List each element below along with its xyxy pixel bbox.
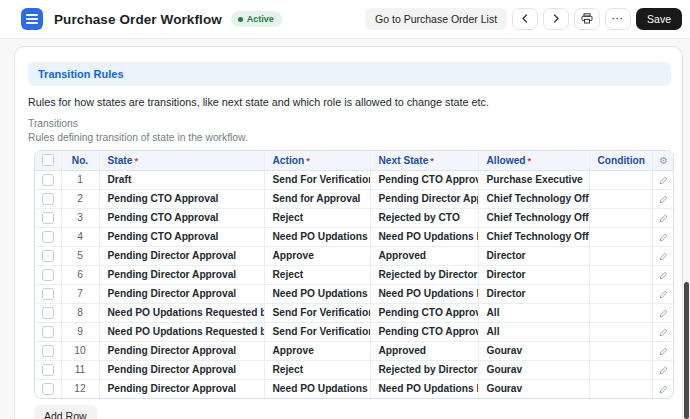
action-cell[interactable]: Reject [264, 360, 370, 379]
row-checkbox[interactable] [42, 231, 54, 243]
column-header-action: Action* [264, 151, 370, 170]
state-cell[interactable]: Pending Director Approval [99, 246, 264, 265]
state-cell[interactable]: Need PO Updations Requested by Direct... [99, 322, 264, 341]
next-state-cell[interactable]: Need PO Updations Requ... [370, 227, 478, 246]
action-cell[interactable]: Reject [264, 265, 370, 284]
condition-cell[interactable] [589, 246, 652, 265]
row-checkbox[interactable] [42, 345, 54, 357]
more-menu-button[interactable]: ··· [605, 8, 631, 30]
edit-row-button[interactable] [652, 379, 674, 398]
next-state-cell[interactable]: Pending CTO Approval [370, 322, 478, 341]
next-state-cell[interactable]: Pending CTO Approval [370, 303, 478, 322]
next-state-cell[interactable]: Pending CTO Approval [370, 170, 478, 189]
condition-cell[interactable] [589, 322, 652, 341]
allowed-cell[interactable]: Chief Technology Officer [478, 227, 589, 246]
next-state-cell[interactable]: Rejected by Director [370, 265, 478, 284]
prev-document-button[interactable] [512, 8, 538, 30]
state-cell[interactable]: Draft [99, 170, 264, 189]
row-checkbox[interactable] [42, 174, 54, 186]
pencil-icon [659, 250, 668, 261]
edit-row-button[interactable] [652, 227, 674, 246]
add-row-button[interactable]: Add Row [34, 405, 97, 419]
state-cell[interactable]: Pending CTO Approval [99, 227, 264, 246]
edit-row-button[interactable] [652, 303, 674, 322]
edit-row-button[interactable] [652, 284, 674, 303]
condition-cell[interactable] [589, 170, 652, 189]
action-cell[interactable]: Reject [264, 208, 370, 227]
condition-cell[interactable] [589, 379, 652, 398]
row-checkbox[interactable] [42, 250, 54, 262]
action-cell[interactable]: Send For Verification [264, 322, 370, 341]
state-cell[interactable]: Pending CTO Approval [99, 189, 264, 208]
edit-row-button[interactable] [652, 265, 674, 284]
action-cell[interactable]: Need PO Updations [264, 379, 370, 398]
next-state-cell[interactable]: Pending Director Approval [370, 189, 478, 208]
table-row: 6 Pending Director Approval Reject Rejec… [35, 265, 674, 284]
save-button[interactable]: Save [636, 8, 682, 30]
allowed-cell[interactable]: Chief Technology Officer [478, 189, 589, 208]
allowed-cell[interactable]: All [478, 322, 589, 341]
workflow-doc-icon[interactable] [21, 8, 43, 30]
allowed-cell[interactable]: Director [478, 265, 589, 284]
action-cell[interactable]: Approve [264, 341, 370, 360]
edit-row-button[interactable] [652, 170, 674, 189]
row-number-cell: 6 [61, 265, 99, 284]
next-state-cell[interactable]: Need PO Updations Requ... [370, 284, 478, 303]
row-checkbox[interactable] [42, 193, 54, 205]
condition-cell[interactable] [589, 284, 652, 303]
next-state-cell[interactable]: Need PO Updations Requ... [370, 379, 478, 398]
allowed-cell[interactable]: Gourav [478, 360, 589, 379]
edit-row-button[interactable] [652, 246, 674, 265]
allowed-cell[interactable]: Director [478, 246, 589, 265]
print-button[interactable] [574, 8, 600, 30]
action-cell[interactable]: Send For Verification [264, 303, 370, 322]
edit-row-button[interactable] [652, 189, 674, 208]
edit-row-button[interactable] [652, 208, 674, 227]
allowed-cell[interactable]: Gourav [478, 379, 589, 398]
action-cell[interactable]: Need PO Updations [264, 284, 370, 303]
next-state-cell[interactable]: Rejected by CTO [370, 208, 478, 227]
next-document-button[interactable] [543, 8, 569, 30]
row-checkbox[interactable] [42, 326, 54, 338]
allowed-cell[interactable]: Chief Technology Officer [478, 208, 589, 227]
state-cell[interactable]: Pending CTO Approval [99, 208, 264, 227]
row-checkbox[interactable] [42, 307, 54, 319]
allowed-cell[interactable]: Director [478, 284, 589, 303]
state-cell[interactable]: Pending Director Approval [99, 284, 264, 303]
action-cell[interactable]: Approve [264, 246, 370, 265]
action-cell[interactable]: Need PO Updations [264, 227, 370, 246]
section-header-transition-rules[interactable]: Transition Rules [28, 62, 671, 86]
edit-row-button[interactable] [652, 341, 674, 360]
allowed-cell[interactable]: All [478, 303, 589, 322]
condition-cell[interactable] [589, 227, 652, 246]
row-checkbox[interactable] [42, 288, 54, 300]
gear-icon[interactable]: ⚙ [659, 155, 668, 166]
state-cell[interactable]: Pending Director Approval [99, 379, 264, 398]
next-state-cell[interactable]: Approved [370, 246, 478, 265]
condition-cell[interactable] [589, 341, 652, 360]
condition-cell[interactable] [589, 208, 652, 227]
row-checkbox[interactable] [42, 383, 54, 395]
next-state-cell[interactable]: Rejected by Director [370, 360, 478, 379]
condition-cell[interactable] [589, 265, 652, 284]
row-checkbox[interactable] [42, 212, 54, 224]
select-all-checkbox[interactable] [42, 154, 54, 166]
allowed-cell[interactable]: Purchase Executive [478, 170, 589, 189]
state-cell[interactable]: Pending Director Approval [99, 360, 264, 379]
state-cell[interactable]: Pending Director Approval [99, 265, 264, 284]
action-cell[interactable]: Send For Verification [264, 170, 370, 189]
condition-cell[interactable] [589, 189, 652, 208]
next-state-cell[interactable]: Approved [370, 341, 478, 360]
action-cell[interactable]: Send for Approval [264, 189, 370, 208]
edit-row-button[interactable] [652, 322, 674, 341]
go-to-purchase-order-list-button[interactable]: Go to Purchase Order List [365, 8, 507, 30]
state-cell[interactable]: Pending Director Approval [99, 341, 264, 360]
condition-cell[interactable] [589, 360, 652, 379]
condition-cell[interactable] [589, 303, 652, 322]
row-checkbox[interactable] [42, 269, 54, 281]
vertical-scrollbar-thumb[interactable] [684, 282, 689, 419]
allowed-cell[interactable]: Gourav [478, 341, 589, 360]
state-cell[interactable]: Need PO Updations Requested by CTO [99, 303, 264, 322]
row-checkbox[interactable] [42, 364, 54, 376]
edit-row-button[interactable] [652, 360, 674, 379]
